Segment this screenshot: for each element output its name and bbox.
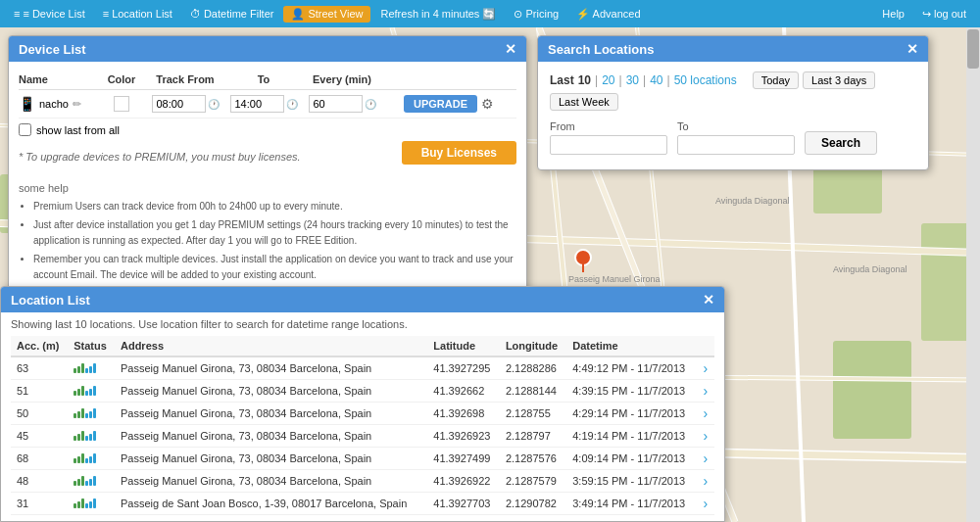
location-list-close[interactable]: ✕ xyxy=(703,292,714,308)
nav-device-list[interactable]: ≡ ≡ Device List xyxy=(6,6,93,22)
scrollbar-thumb[interactable] xyxy=(967,29,979,69)
row-detail-arrow[interactable]: › xyxy=(703,360,708,376)
nav-advanced[interactable]: ⚡ Advanced xyxy=(568,6,648,23)
nav-street-view[interactable]: 👤 Street View xyxy=(283,6,370,23)
today-btn[interactable]: Today xyxy=(753,71,799,89)
from-time-input[interactable] xyxy=(152,95,206,113)
to-date-input[interactable] xyxy=(677,135,795,155)
device-list-close[interactable]: ✕ xyxy=(505,41,516,57)
table-row: 63 Passeig Manuel Girona, 73, 08034 Barc… xyxy=(11,356,714,380)
nav-location-list[interactable]: ≡ Location List xyxy=(95,6,180,22)
search-locations-panel: Search Locations ✕ Last 10 | 20 | 30 | 4… xyxy=(537,35,929,170)
cell-address: Passeig Manuel Girona, 73, 08034 Barcelo… xyxy=(115,403,427,425)
location-table-container[interactable]: Acc. (m) Status Address Latitude Longitu… xyxy=(11,336,714,515)
device-row: 📱 nacho ✏ 🕐 🕐 🕐 xyxy=(19,90,516,119)
cell-arrow[interactable]: › xyxy=(697,493,714,515)
device-name: nacho xyxy=(39,98,69,110)
cell-dt: 4:19:14 PM - 11/7/2013 xyxy=(566,425,697,448)
last3days-btn[interactable]: Last 3 days xyxy=(803,71,875,89)
show-last-label: show last from all xyxy=(36,124,120,136)
nav-pricing[interactable]: ⊙ Pricing xyxy=(506,6,566,23)
cell-arrow[interactable]: › xyxy=(697,403,714,425)
row-detail-arrow[interactable]: › xyxy=(703,405,708,421)
row-detail-arrow[interactable]: › xyxy=(703,428,708,444)
cell-arrow[interactable]: › xyxy=(697,380,714,403)
help-title: some help xyxy=(19,182,516,194)
cell-acc: 48 xyxy=(11,470,68,493)
col-acc: Acc. (m) xyxy=(11,336,68,356)
cell-lng: 2.1287576 xyxy=(500,448,566,470)
row-detail-arrow[interactable]: › xyxy=(703,451,708,466)
table-row: 51 Passeig Manuel Girona, 73, 08034 Barc… xyxy=(11,380,714,403)
nav-logout-label: log out xyxy=(934,8,966,20)
col-action xyxy=(697,336,714,356)
cell-arrow[interactable]: › xyxy=(697,470,714,493)
search-button[interactable]: Search xyxy=(805,131,877,155)
col-actions xyxy=(381,73,516,85)
from-time-cell: 🕐 xyxy=(146,95,224,113)
cell-status xyxy=(68,425,115,448)
cell-dt: 4:09:14 PM - 11/7/2013 xyxy=(566,448,697,470)
nav-help[interactable]: Help xyxy=(874,6,912,22)
lastweek-btn[interactable]: Last Week xyxy=(550,93,618,111)
loc-50[interactable]: 50 locations xyxy=(674,73,737,87)
table-header-row: Acc. (m) Status Address Latitude Longitu… xyxy=(11,336,714,356)
from-label: From xyxy=(550,120,667,132)
cell-arrow[interactable]: › xyxy=(697,356,714,380)
to-time-icon: 🕐 xyxy=(286,99,298,110)
sep4: | xyxy=(667,73,670,87)
top-navigation: ≡ ≡ Device List ≡ Location List ⏱ Dateti… xyxy=(0,0,980,27)
table-row: 68 Passeig Manuel Girona, 73, 08034 Barc… xyxy=(11,448,714,470)
device-edit-icon[interactable]: ✏ xyxy=(73,98,81,111)
settings-icon[interactable]: ⚙ xyxy=(481,96,494,112)
device-phone-icon: 📱 xyxy=(19,96,35,112)
loc-40[interactable]: 40 xyxy=(650,73,662,87)
color-picker[interactable] xyxy=(114,96,129,112)
nav-logout[interactable]: ↪ log out xyxy=(914,6,974,23)
cell-acc: 51 xyxy=(11,380,68,403)
buy-licenses-button[interactable]: Buy Licenses xyxy=(402,141,516,165)
nav-datetime-filter[interactable]: ⏱ Datetime Filter xyxy=(182,6,282,22)
cell-lat: 41.3926923 xyxy=(427,425,500,448)
cell-arrow[interactable]: › xyxy=(697,448,714,470)
cell-lng: 2.128797 xyxy=(500,425,566,448)
cell-acc: 63 xyxy=(11,356,68,380)
nav-location-list-label: Location List xyxy=(112,8,172,20)
nav-device-list-label: ≡ Device List xyxy=(23,8,84,20)
location-list-subtitle: Showing last 10 locations. Use location … xyxy=(11,318,714,330)
main-area: Passeig Manuel Girona Avinguda Diagonal … xyxy=(0,27,980,522)
to-time-cell: 🕐 xyxy=(224,95,303,113)
location-list-icon: ≡ xyxy=(103,8,109,20)
action-cell: UPGRADE ⚙ xyxy=(381,95,516,113)
to-time-input[interactable] xyxy=(230,95,284,113)
col-address: Address xyxy=(115,336,427,356)
search-locations-close[interactable]: ✕ xyxy=(906,41,918,57)
every-input[interactable] xyxy=(309,95,363,113)
search-locations-title: Search Locations xyxy=(548,42,654,57)
upgrade-button[interactable]: UPGRADE xyxy=(404,95,477,113)
row-detail-arrow[interactable]: › xyxy=(703,473,708,489)
cell-lat: 41.3926922 xyxy=(427,470,500,493)
cell-lng: 2.1288286 xyxy=(500,356,566,380)
row-detail-arrow[interactable]: › xyxy=(703,496,708,511)
device-list-panel: Device List ✕ Name Color Track From To E… xyxy=(8,35,527,300)
table-row: 45 Passeig Manuel Girona, 73, 08034 Barc… xyxy=(11,425,714,448)
location-table-body: 63 Passeig Manuel Girona, 73, 08034 Barc… xyxy=(11,356,714,515)
loc-30[interactable]: 30 xyxy=(626,73,639,87)
cell-dt: 3:59:15 PM - 11/7/2013 xyxy=(566,470,697,493)
col-latitude: Latitude xyxy=(427,336,500,356)
location-list-title: Location List xyxy=(11,293,90,308)
col-color: Color xyxy=(97,73,146,85)
loc-20[interactable]: 20 xyxy=(602,73,614,87)
cell-acc: 45 xyxy=(11,425,68,448)
cell-lat: 41.392698 xyxy=(427,403,500,425)
upgrade-notice: * To upgrade devices to PREMIUM, you mus… xyxy=(19,147,301,166)
row-detail-arrow[interactable]: › xyxy=(703,383,708,399)
from-date-input[interactable] xyxy=(550,135,667,155)
cell-arrow[interactable]: › xyxy=(697,425,714,448)
sep1: | xyxy=(595,73,598,87)
show-last-checkbox[interactable] xyxy=(19,123,31,136)
cell-lng: 2.1290782 xyxy=(500,493,566,515)
right-scrollbar[interactable] xyxy=(966,27,980,522)
loc-10-active[interactable]: 10 xyxy=(578,73,591,87)
